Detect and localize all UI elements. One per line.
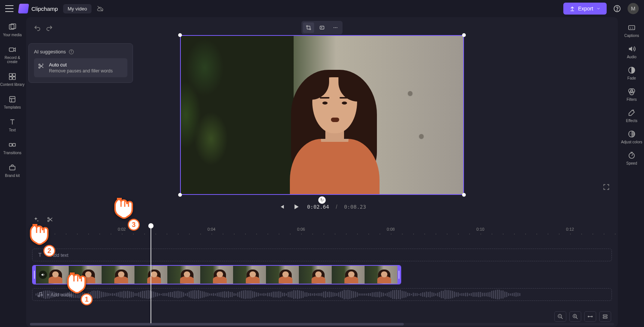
templates-icon xyxy=(8,95,17,104)
clip-handle-left[interactable] xyxy=(33,266,36,284)
zoom-in-button[interactable] xyxy=(569,311,581,322)
menu-icon[interactable] xyxy=(5,5,13,12)
app-logo[interactable]: Clipchamp xyxy=(19,4,58,13)
library-icon xyxy=(8,72,17,81)
upload-icon xyxy=(569,6,575,12)
more-button[interactable] xyxy=(330,22,341,33)
redo-button[interactable] xyxy=(46,25,53,32)
timeline: 0:020:040:060:080:100:12 + Add text xyxy=(26,215,618,327)
zoom-out-icon xyxy=(557,314,563,320)
audio-track-placeholder[interactable]: + Add audio xyxy=(32,288,612,301)
avatar[interactable]: M xyxy=(628,3,639,14)
sidebar-text[interactable]: Text xyxy=(8,118,17,132)
svg-rect-8 xyxy=(9,77,12,80)
ai-sparkle-button[interactable] xyxy=(32,216,40,223)
captions-icon xyxy=(627,23,636,32)
fullscreen-icon xyxy=(603,183,610,191)
svg-rect-13 xyxy=(9,143,12,146)
timeline-zoom-controls xyxy=(554,311,611,322)
svg-point-2 xyxy=(617,10,617,10)
sidebar-brand-kit[interactable]: Brand kit xyxy=(5,163,19,178)
ruler-label: 0:06 xyxy=(297,227,305,231)
info-icon[interactable] xyxy=(69,49,74,54)
undo-button[interactable] xyxy=(34,25,41,32)
svg-point-22 xyxy=(71,50,72,51)
svg-rect-15 xyxy=(10,166,15,170)
resize-handle-tl[interactable] xyxy=(178,33,182,37)
fit-button[interactable] xyxy=(316,22,328,33)
video-preview[interactable] xyxy=(180,35,464,195)
split-button[interactable] xyxy=(46,216,54,223)
playhead-knob[interactable] xyxy=(148,223,154,228)
app-name: Clipchamp xyxy=(31,6,58,12)
export-button[interactable]: Export xyxy=(563,3,607,15)
scissors-icon xyxy=(47,216,53,223)
right-sidebar: Captions Audio Fade Filters Effects Adju… xyxy=(619,17,644,327)
chevron-down-icon xyxy=(596,6,601,11)
panel-fade[interactable]: Fade xyxy=(627,66,636,80)
left-sidebar: Your media Record & create Content libra… xyxy=(0,17,25,327)
zoom-in-icon xyxy=(572,314,578,320)
fullscreen-button[interactable] xyxy=(601,182,611,192)
clipchamp-logo-icon xyxy=(18,4,29,13)
help-button[interactable] xyxy=(612,3,622,14)
text-track-placeholder[interactable]: + Add text xyxy=(32,249,612,261)
sidebar-record-create[interactable]: Record & create xyxy=(0,45,25,64)
ai-item-subtitle: Remove pauses and filler words xyxy=(49,68,113,74)
project-title[interactable]: My video xyxy=(63,4,92,13)
panel-speed[interactable]: Speed xyxy=(626,151,637,165)
ai-autocut-item[interactable]: Auto cut Remove pauses and filler words xyxy=(34,58,127,77)
rotate-handle[interactable]: ↻ xyxy=(318,196,326,204)
audio-icon xyxy=(627,44,636,53)
clip-audio-badge[interactable] xyxy=(39,271,47,279)
crop-icon xyxy=(306,25,312,31)
app-header: Clipchamp My video Export M xyxy=(0,0,644,17)
resize-handle-br[interactable] xyxy=(462,193,466,197)
speaker-icon xyxy=(41,272,45,277)
panel-filters[interactable]: Filters xyxy=(626,87,637,102)
skip-start-button[interactable] xyxy=(278,203,285,211)
panel-effects[interactable]: Effects xyxy=(626,108,637,123)
svg-rect-14 xyxy=(13,143,15,146)
panel-captions[interactable]: Captions xyxy=(624,23,639,38)
scissors-sparkle-icon xyxy=(38,63,44,69)
toggle-tracks-button[interactable] xyxy=(599,311,611,322)
sidebar-templates[interactable]: Templates xyxy=(4,95,21,109)
text-icon xyxy=(37,252,43,258)
play-icon xyxy=(292,203,300,211)
skip-previous-icon xyxy=(278,203,285,211)
svg-rect-9 xyxy=(13,77,15,80)
sidebar-your-media[interactable]: Your media xyxy=(3,22,22,37)
media-icon xyxy=(8,22,17,31)
briefcase-icon xyxy=(8,163,17,172)
speed-icon xyxy=(627,151,636,160)
resize-handle-tr[interactable] xyxy=(462,33,466,37)
sidebar-content-library[interactable]: Content library xyxy=(0,72,24,87)
svg-rect-37 xyxy=(603,317,607,318)
zoom-out-button[interactable] xyxy=(554,311,566,322)
resize-handle-bl[interactable] xyxy=(178,193,182,197)
clip-handle-right[interactable] xyxy=(397,266,400,284)
play-button[interactable] xyxy=(292,203,300,211)
svg-line-30 xyxy=(561,317,563,319)
fit-icon xyxy=(319,25,325,31)
fit-timeline-button[interactable] xyxy=(584,311,596,322)
timeline-scrollbar[interactable] xyxy=(30,323,614,326)
timeline-ruler[interactable]: 0:020:040:060:080:100:12 xyxy=(32,227,612,238)
music-icon xyxy=(37,292,43,298)
svg-line-33 xyxy=(576,317,578,319)
svg-rect-10 xyxy=(10,97,15,102)
sidebar-transitions[interactable]: Transitions xyxy=(3,140,22,155)
svg-point-19 xyxy=(337,27,337,28)
stage-toolbar xyxy=(301,21,343,34)
ruler-label: 0:08 xyxy=(387,227,394,231)
scrollbar-thumb[interactable] xyxy=(30,323,404,326)
transitions-icon xyxy=(8,140,17,149)
video-clip[interactable] xyxy=(32,265,401,284)
playhead[interactable] xyxy=(151,226,151,323)
panel-audio[interactable]: Audio xyxy=(627,44,637,59)
ai-popup-title: AI suggestions xyxy=(34,49,127,54)
panel-adjust-colors[interactable]: Adjust colors xyxy=(621,130,642,144)
crop-button[interactable] xyxy=(303,22,314,33)
cloud-off-icon[interactable] xyxy=(97,5,103,12)
